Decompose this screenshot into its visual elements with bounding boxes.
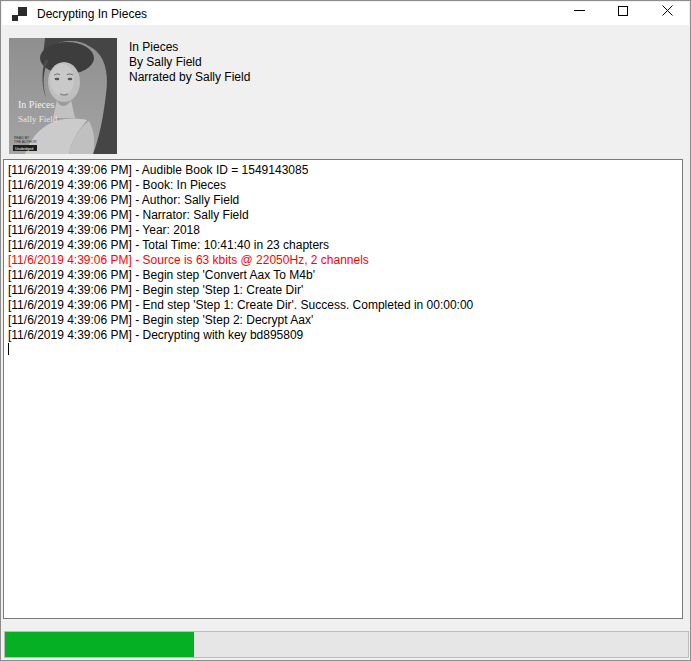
cover-title-text: In Pieces <box>18 99 54 110</box>
app-icon <box>12 7 28 21</box>
maximize-button[interactable] <box>601 2 645 25</box>
log-line: [11/6/2019 4:39:06 PM] - End step 'Step … <box>8 298 680 313</box>
log-line: [11/6/2019 4:39:06 PM] - Book: In Pieces <box>8 178 680 193</box>
cover-author-text: Sally Field <box>18 114 58 124</box>
log-line: [11/6/2019 4:39:06 PM] - Begin step 'Ste… <box>8 313 680 328</box>
log-line: [11/6/2019 4:39:06 PM] - Author: Sally F… <box>8 193 680 208</box>
close-button[interactable] <box>645 2 689 25</box>
log-line: [11/6/2019 4:39:06 PM] - Year: 2018 <box>8 223 680 238</box>
log-line: [11/6/2019 4:39:06 PM] - Begin step 'Con… <box>8 268 680 283</box>
book-cover-art: In Pieces Sally Field READ BY THE AUTHOR… <box>9 38 117 154</box>
log-line: [11/6/2019 4:39:06 PM] - Narrator: Sally… <box>8 208 680 223</box>
log-line: [11/6/2019 4:39:06 PM] - Begin step 'Ste… <box>8 283 680 298</box>
cover-readby-line2: THE AUTHOR <box>14 140 37 144</box>
minimize-button[interactable] <box>557 2 601 25</box>
title-bar[interactable]: Decrypting In Pieces <box>2 2 689 25</box>
log-line: [11/6/2019 4:39:06 PM] - Source is 63 kb… <box>8 253 680 268</box>
window-title: Decrypting In Pieces <box>37 7 147 21</box>
log-line: [11/6/2019 4:39:06 PM] - Decrypting with… <box>8 328 680 343</box>
minimize-icon <box>574 5 585 16</box>
book-title: In Pieces <box>129 40 250 55</box>
log-line: [11/6/2019 4:39:06 PM] - Audible Book ID… <box>8 163 680 178</box>
book-author: By Sally Field <box>129 55 250 70</box>
maximize-icon <box>618 6 628 16</box>
progress-bar <box>4 631 689 658</box>
progress-fill <box>5 632 194 657</box>
close-icon <box>662 5 673 16</box>
book-narrator: Narrated by Sally Field <box>129 70 250 85</box>
log-output[interactable]: [11/6/2019 4:39:06 PM] - Audible Book ID… <box>3 159 683 619</box>
app-window: Decrypting In Pieces <box>0 0 691 661</box>
text-caret <box>8 343 9 355</box>
window-controls <box>557 2 689 25</box>
book-info: In Pieces By Sally Field Narrated by Sal… <box>129 40 250 85</box>
log-line: [11/6/2019 4:39:06 PM] - Total Time: 10:… <box>8 238 680 253</box>
book-cover-image: In Pieces Sally Field READ BY THE AUTHOR… <box>9 38 117 154</box>
caret-line <box>8 343 680 358</box>
cover-unabridged-label: Unabridged <box>15 147 33 151</box>
